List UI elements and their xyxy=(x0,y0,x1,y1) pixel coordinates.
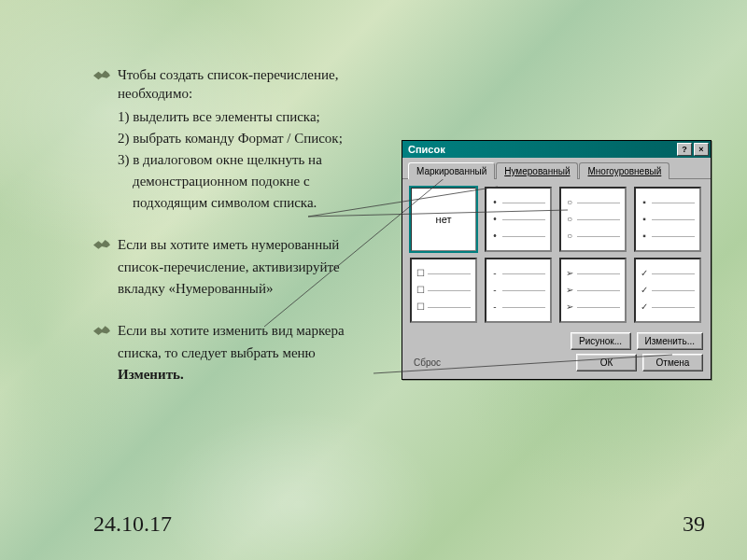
list-dialog: Список ? × Маркированный Нумерованный Мн… xyxy=(402,140,712,380)
ok-button[interactable]: ОК xyxy=(576,354,637,371)
tab-numbered-label: Нумерованный xyxy=(504,166,570,176)
tab-multilevel-label: Многоуровневый xyxy=(587,166,661,176)
dialog-panel: нет • • • ○ ○ ○ ▪ ▪ ▪ ☐ ☐ ☐ - xyxy=(402,179,711,379)
bullet-1-lead: Чтобы создать список-перечисление, необх… xyxy=(118,65,383,104)
picture-button[interactable]: Рисунок... xyxy=(571,332,631,350)
leaf-icon xyxy=(93,325,110,338)
thumb-none[interactable]: нет xyxy=(410,187,477,252)
bullet-1-item-3b: демонстрационном подокне с xyxy=(133,172,383,191)
thumb-square[interactable]: ▪ ▪ ▪ xyxy=(634,187,701,252)
footer-date: 24.10.17 xyxy=(93,511,172,537)
bullet-3-line-1: Если вы хотите изменить вид маркера xyxy=(118,321,345,340)
bullet-1-item-1: 1) выделить все элементы списка; xyxy=(118,107,383,127)
tab-strip: Маркированный Нумерованный Многоуровневы… xyxy=(402,158,711,179)
bullet-2-line-3: вкладку «Нумерованный» xyxy=(118,279,383,299)
thumb-circle[interactable]: ○ ○ ○ xyxy=(559,187,627,252)
bullet-1-item-3c: подходящим символом списка. xyxy=(133,193,383,213)
thumb-checkbox[interactable]: ☐ ☐ ☐ xyxy=(410,258,477,323)
tab-multilevel[interactable]: Многоуровневый xyxy=(579,162,669,179)
bullet-1-item-3: 3) в диалоговом окне щелкнуть на xyxy=(118,150,383,170)
tab-bulleted[interactable]: Маркированный xyxy=(408,162,495,179)
bullet-2: Если вы хотите иметь нумерованный xyxy=(93,235,383,254)
leaf-icon xyxy=(93,239,110,252)
thumb-check[interactable]: ✓ ✓ ✓ xyxy=(634,258,701,323)
thumb-arrow[interactable]: ➢ ➢ ➢ xyxy=(559,258,627,323)
slide-text-column: Чтобы создать список-перечисление, необх… xyxy=(0,0,383,385)
tab-bulleted-label: Маркированный xyxy=(416,166,486,176)
button-row-2: Сброс ОК Отмена xyxy=(410,354,703,371)
bullet-1-item-2: 2) выбрать команду Формат / Список; xyxy=(118,129,383,148)
button-row-1: Рисунок... Изменить... xyxy=(410,332,703,350)
help-button[interactable]: ? xyxy=(677,143,692,156)
bullet-1: Чтобы создать список-перечисление, необх… xyxy=(93,65,383,104)
close-button[interactable]: × xyxy=(694,143,709,156)
reset-link[interactable]: Сброс xyxy=(414,357,441,368)
bullet-3: Если вы хотите изменить вид маркера xyxy=(93,321,383,340)
leaf-icon xyxy=(93,69,110,82)
thumbnail-grid: нет • • • ○ ○ ○ ▪ ▪ ▪ ☐ ☐ ☐ - xyxy=(410,187,703,323)
thumb-disc[interactable]: • • • xyxy=(485,187,552,252)
bullet-2-line-2: список-перечисление, активизируйте xyxy=(118,258,383,277)
modify-button[interactable]: Изменить... xyxy=(637,332,703,350)
bullet-3-line-3: Изменить. xyxy=(118,365,383,385)
thumb-dash[interactable]: - - - xyxy=(485,258,552,323)
cancel-button[interactable]: Отмена xyxy=(642,354,703,371)
dialog-title: Список xyxy=(408,144,675,155)
bullet-3-line-2: списка, то следует выбрать меню xyxy=(118,343,383,363)
tab-numbered[interactable]: Нумерованный xyxy=(496,162,578,179)
titlebar[interactable]: Список ? × xyxy=(402,141,711,158)
bullet-2-line-1: Если вы хотите иметь нумерованный xyxy=(118,235,339,254)
footer-page-number: 39 xyxy=(683,511,705,537)
